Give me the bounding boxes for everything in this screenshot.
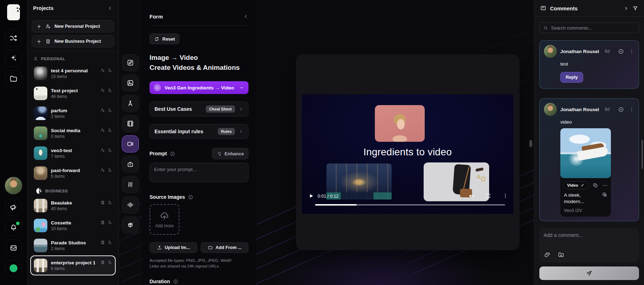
project-row[interactable]: past-forward5 items — [30, 163, 116, 183]
comments-search[interactable] — [539, 22, 639, 33]
person-gear-icon[interactable] — [100, 168, 105, 172]
building-icon[interactable] — [100, 240, 105, 245]
reply-button[interactable]: Reply — [560, 72, 583, 83]
film-tool-icon[interactable] — [122, 115, 139, 132]
inbox-icon[interactable] — [5, 239, 22, 256]
equalizer-tool-icon[interactable] — [122, 196, 139, 213]
person-edit-icon[interactable] — [108, 108, 112, 113]
person-edit-icon[interactable] — [108, 240, 112, 245]
sparkles-icon[interactable] — [5, 50, 22, 67]
project-row[interactable]: parfum2 items — [30, 103, 116, 123]
design-compass-tool-icon[interactable] — [122, 95, 139, 112]
attachment-more-icon[interactable] — [602, 183, 608, 188]
notifications-bell-icon[interactable] — [5, 219, 22, 236]
boat-video-thumbnail[interactable] — [560, 128, 611, 178]
add-from-library-button[interactable]: Add From ... — [201, 242, 248, 253]
resolve-check-icon[interactable] — [618, 48, 624, 55]
model-selector-button[interactable]: Veo3 Gen Ingredients → Video — [150, 81, 248, 94]
project-row[interactable]: veo3-test7 items — [30, 143, 116, 163]
resolve-check-icon[interactable] — [618, 107, 624, 113]
person-edit-icon[interactable] — [108, 68, 112, 73]
prop-kit-tool-icon[interactable] — [122, 156, 139, 173]
info-icon[interactable] — [188, 195, 193, 200]
comment-composer[interactable] — [539, 228, 639, 262]
shuffle-icon[interactable] — [5, 30, 22, 47]
video-attachment-card[interactable]: Video A sleek, modern... Veo3 I2V — [560, 128, 611, 217]
play-button[interactable] — [308, 193, 314, 199]
person-icon — [33, 56, 38, 61]
person-gear-icon[interactable] — [100, 128, 105, 133]
comments-scrollbar[interactable] — [642, 140, 643, 169]
megaphone-icon[interactable] — [5, 199, 22, 216]
video-tool-icon-selected[interactable] — [122, 135, 139, 152]
upload-images-button[interactable]: Upload Im... — [150, 242, 197, 253]
video-player[interactable]: Ingredients to video 0:01 / 0:12 — [302, 94, 513, 214]
comment-more-icon[interactable] — [629, 107, 634, 112]
project-row[interactable]: test 4 personnal15 items — [30, 63, 116, 83]
app-logo[interactable] — [7, 4, 20, 20]
notification-dot — [16, 222, 20, 225]
user-avatar[interactable] — [5, 177, 22, 195]
info-icon[interactable] — [170, 151, 175, 156]
player-more-icon[interactable] — [502, 193, 508, 199]
project-row[interactable]: Parade Studios2 items — [30, 235, 116, 255]
person-edit-icon[interactable] — [108, 88, 112, 93]
fullscreen-icon[interactable] — [485, 193, 491, 199]
essential-input-rules-card[interactable]: Essential input rules Rules — [150, 124, 248, 139]
building-icon[interactable] — [100, 200, 105, 205]
add-source-image-dropzone[interactable]: Add more — [150, 204, 179, 235]
person-gear-icon[interactable] — [100, 88, 105, 93]
progress-bar[interactable] — [315, 204, 505, 206]
collapse-form-icon[interactable] — [243, 14, 248, 19]
person-edit-icon[interactable] — [108, 128, 112, 133]
project-row[interactable]: Test project46 items — [30, 83, 116, 103]
person-gear-icon[interactable] — [100, 148, 105, 152]
attach-file-icon[interactable] — [544, 252, 551, 258]
comments-panel-drag-handle[interactable]: ⋮ — [529, 140, 532, 147]
person-gear-icon[interactable] — [100, 108, 105, 113]
cube-3d-tool-icon[interactable] — [122, 217, 139, 234]
filter-comments-icon[interactable] — [632, 5, 638, 11]
enhance-button[interactable]: Enhance — [212, 148, 248, 159]
status-green-button[interactable] — [5, 260, 22, 277]
source-images-label: Source Images — [150, 194, 185, 200]
collapse-projects-icon[interactable] — [107, 5, 113, 11]
comment-card[interactable]: Jonathan Rouxel 6d video Video — [539, 98, 639, 221]
mute-icon[interactable] — [468, 193, 475, 199]
project-row[interactable]: Cossette10 items — [30, 216, 116, 235]
edit-tool-icon[interactable] — [122, 54, 139, 71]
person-edit-icon[interactable] — [108, 260, 112, 265]
project-thumbnail — [34, 259, 47, 272]
building-icon[interactable] — [100, 220, 105, 225]
prompt-input[interactable] — [150, 163, 248, 182]
project-row[interactable]: Beaulake40 items — [30, 196, 116, 216]
info-icon[interactable] — [173, 279, 178, 284]
waveform-tool-icon[interactable] — [122, 176, 139, 193]
building-icon[interactable] — [100, 260, 105, 265]
attach-from-library-icon[interactable] — [558, 252, 564, 258]
collapse-comments-icon[interactable] — [623, 6, 629, 11]
person-edit-icon[interactable] — [108, 168, 112, 172]
search-comments-input[interactable] — [551, 25, 635, 31]
project-row-selected[interactable]: enterprise project 16 items — [30, 255, 116, 275]
comment-more-icon[interactable] — [629, 49, 634, 54]
attachment-model-label: Veo3 I2V — [560, 205, 611, 213]
image-tool-icon[interactable] — [122, 74, 139, 92]
send-comment-button[interactable] — [539, 266, 639, 280]
person-gear-icon[interactable] — [100, 68, 105, 73]
person-edit-icon[interactable] — [108, 220, 112, 225]
project-row[interactable]: Social media0 items — [30, 123, 116, 143]
copy-icon[interactable] — [593, 183, 598, 188]
comment-card[interactable]: Jonathan Rouxel 6d test Reply — [539, 40, 639, 89]
person-edit-icon[interactable] — [108, 148, 112, 152]
new-personal-project-button[interactable]: New Personal Project — [32, 20, 114, 32]
best-use-cases-card[interactable]: Best Use Cases Cheat Sheet — [150, 102, 248, 116]
projects-folder-icon[interactable] — [5, 70, 22, 87]
copy-plus-icon[interactable] — [602, 192, 607, 197]
person-edit-icon[interactable] — [108, 200, 112, 205]
reset-button[interactable]: Reset — [150, 33, 179, 44]
prompt-label: Prompt — [150, 151, 167, 156]
new-business-project-button[interactable]: New Business Project — [32, 35, 114, 47]
video-badge[interactable]: Video — [563, 181, 588, 189]
add-comment-input[interactable] — [544, 232, 635, 247]
